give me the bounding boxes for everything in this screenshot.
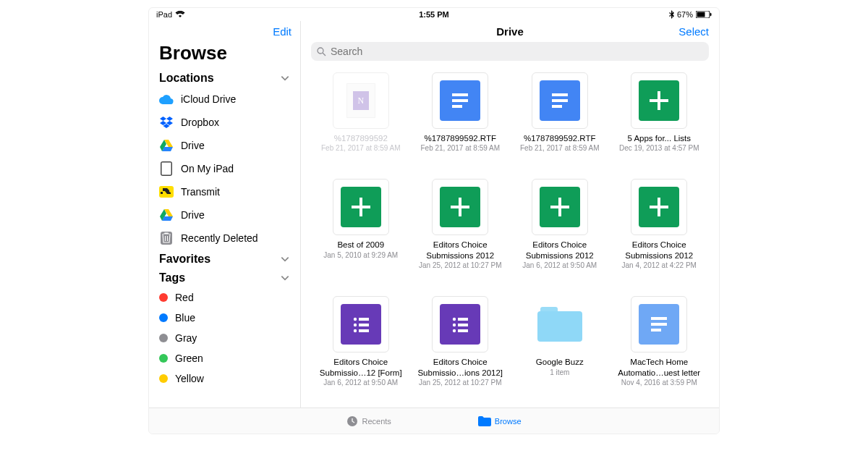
file-meta: Jan 6, 2012 at 9:50 AM: [323, 379, 398, 387]
edit-button[interactable]: Edit: [273, 25, 292, 38]
search-field[interactable]: [331, 46, 703, 57]
sidebar-item-on-my-ipad[interactable]: On My iPad: [149, 157, 300, 180]
trash-icon: [159, 231, 174, 245]
file-item[interactable]: Best of 2009Jan 5, 2010 at 9:29 AM: [315, 179, 407, 283]
svg-point-25: [354, 318, 357, 321]
file-item[interactable]: Editors Choice Submissions 2012Jan 25, 2…: [415, 179, 506, 283]
tag-red[interactable]: Red: [149, 287, 300, 308]
file-meta: Jan 6, 2012 at 9:50 AM: [522, 261, 597, 269]
tag-gray[interactable]: Gray: [149, 328, 300, 348]
svg-rect-36: [458, 329, 468, 332]
file-meta: Jan 4, 2012 at 4:22 PM: [622, 261, 697, 269]
tab-bar: Recents Browse: [149, 408, 719, 434]
battery-icon: [696, 11, 712, 18]
file-item[interactable]: Editors Choice Submissio…12 [Form]Jan 6,…: [315, 296, 407, 400]
dropbox-icon: [159, 115, 174, 130]
section-tags[interactable]: Tags: [149, 269, 300, 287]
file-name: %1787899592.RTF: [424, 133, 496, 143]
file-name: Editors Choice Submissions 2012: [516, 240, 603, 261]
chevron-down-icon: [280, 273, 290, 283]
chevron-down-icon: [280, 73, 290, 83]
svg-point-29: [354, 329, 357, 332]
tag-label: Blue: [175, 312, 195, 324]
file-thumb: [532, 72, 588, 129]
svg-point-7: [318, 48, 323, 54]
battery-pct: 67%: [677, 10, 693, 19]
device-label: iPad: [156, 10, 172, 19]
file-item[interactable]: Google Buzz1 item: [514, 296, 605, 400]
file-meta: Nov 4, 2016 at 3:59 PM: [621, 379, 697, 387]
sidebar-item-label: Drive: [181, 209, 205, 221]
file-thumb: [631, 179, 687, 235]
sidebar-item-drive[interactable]: Drive: [149, 134, 300, 157]
svg-rect-37: [651, 317, 667, 320]
tag-green[interactable]: Green: [149, 348, 300, 368]
file-thumb: [333, 296, 389, 352]
file-thumb: [532, 179, 588, 235]
file-item[interactable]: Editors Choice Submissions 2012Jan 6, 20…: [514, 179, 605, 283]
clock-icon: [346, 415, 358, 427]
tab-browse[interactable]: Browse: [478, 416, 522, 426]
svg-rect-10: [452, 99, 468, 102]
sidebar-item-dropbox[interactable]: Dropbox: [149, 111, 300, 134]
tag-label: Red: [175, 292, 194, 303]
sidebar-item-label: On My iPad: [181, 163, 234, 174]
file-meta: Feb 21, 2017 at 8:59 AM: [321, 144, 401, 152]
file-name: Best of 2009: [337, 240, 384, 250]
search-input[interactable]: [311, 42, 709, 61]
sidebar-item-transmit[interactable]: Transmit: [149, 180, 300, 203]
bluetooth-icon: [669, 10, 674, 19]
folder-icon: [478, 416, 491, 426]
sidebar-item-drive[interactable]: Drive: [149, 203, 300, 227]
file-meta: Feb 21, 2017 at 8:59 AM: [520, 144, 600, 152]
section-favorites[interactable]: Favorites: [149, 250, 300, 269]
svg-rect-13: [552, 99, 568, 102]
gdrive-icon: [159, 208, 174, 222]
file-thumb: [432, 72, 488, 129]
main-pane: Drive Select N%1787899592Feb 21, 2017 at…: [301, 21, 719, 408]
svg-rect-32: [458, 318, 468, 321]
file-item[interactable]: Editors Choice Submissio…ions 2012]Jan 2…: [415, 296, 506, 400]
search-icon: [317, 47, 326, 56]
svg-rect-14: [552, 105, 562, 108]
transmit-icon: [159, 185, 174, 199]
ipad-icon: [159, 161, 174, 176]
sidebar: Edit Browse Locations iCloud DriveDropbo…: [149, 21, 301, 408]
tag-dot-icon: [159, 313, 168, 322]
tag-yellow[interactable]: Yellow: [149, 368, 300, 389]
section-locations[interactable]: Locations: [149, 69, 300, 88]
file-item[interactable]: MacTech Home Automatio…uest letterNov 4,…: [614, 296, 705, 400]
tag-blue[interactable]: Blue: [149, 308, 300, 328]
file-thumb: [432, 179, 488, 235]
folder-title: Drive: [496, 25, 524, 38]
svg-rect-12: [552, 93, 568, 96]
gdrive-icon: [159, 138, 174, 153]
svg-rect-4: [162, 163, 171, 175]
file-item[interactable]: %1787899592.RTFFeb 21, 2017 at 8:59 AM: [514, 72, 605, 166]
svg-rect-28: [359, 324, 369, 326]
file-item[interactable]: 5 Apps for... ListsDec 19, 2013 at 4:57 …: [614, 72, 705, 166]
tag-dot-icon: [159, 293, 168, 302]
file-name: %1787899592: [334, 133, 388, 143]
sidebar-item-label: Transmit: [181, 186, 220, 198]
file-item[interactable]: N%1787899592Feb 21, 2017 at 8:59 AM: [315, 72, 407, 166]
wifi-icon: [175, 11, 185, 18]
tag-label: Gray: [175, 332, 197, 344]
tag-label: Green: [175, 352, 203, 364]
select-button[interactable]: Select: [678, 25, 709, 38]
file-name: MacTech Home Automatio…uest letter: [616, 357, 702, 378]
file-item[interactable]: Editors Choice Submissions 2012Jan 4, 20…: [614, 179, 705, 283]
svg-rect-26: [359, 318, 369, 321]
file-item[interactable]: %1787899592.RTFFeb 21, 2017 at 8:59 AM: [415, 72, 506, 166]
sidebar-item-icloud-drive[interactable]: iCloud Drive: [149, 88, 300, 111]
svg-point-35: [453, 329, 456, 332]
svg-rect-11: [452, 105, 462, 108]
tab-recents[interactable]: Recents: [346, 415, 391, 427]
svg-point-31: [453, 318, 456, 321]
file-meta: Jan 5, 2010 at 9:29 AM: [323, 251, 398, 259]
file-meta: Jan 25, 2012 at 10:27 PM: [419, 379, 502, 387]
svg-point-27: [354, 324, 357, 326]
file-meta: Feb 21, 2017 at 8:59 AM: [420, 144, 500, 152]
sidebar-item-label: Dropbox: [181, 117, 219, 128]
sidebar-item-recently-deleted[interactable]: Recently Deleted: [149, 227, 300, 250]
